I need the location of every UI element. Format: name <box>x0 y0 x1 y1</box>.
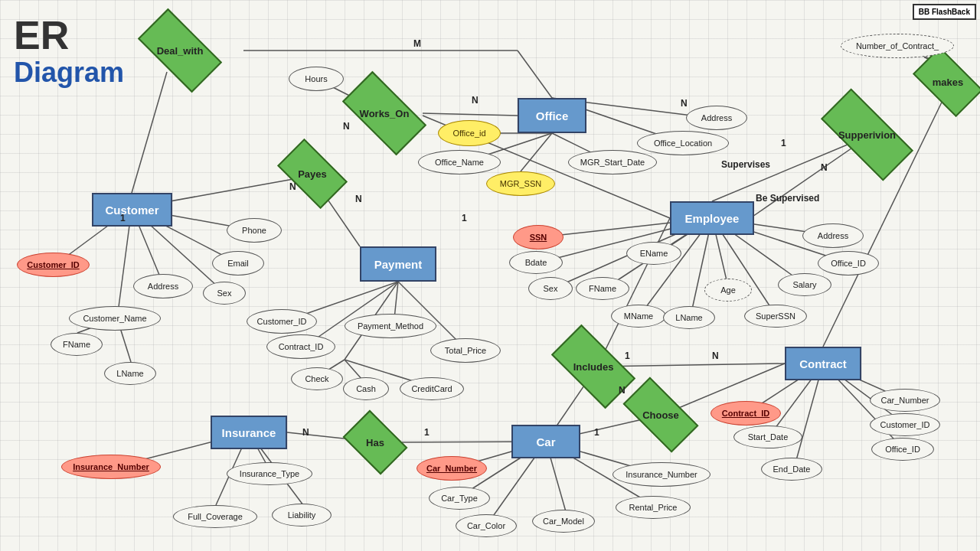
attr-mgr-start-date: MGR_Start_Date <box>568 150 657 174</box>
attr-address-office: Address <box>686 106 747 130</box>
attr-sex-emp: Sex <box>528 277 573 300</box>
diamond-supperivion: Supperivion <box>823 113 911 156</box>
attr-customer-name: Customer_Name <box>69 306 161 331</box>
attr-contract-id-cont: Contract_ID <box>710 401 781 425</box>
svg-line-7 <box>518 51 552 98</box>
entity-payment-label: Payment <box>374 258 423 271</box>
card-1-supp2: 1 <box>781 138 786 148</box>
attr-lname-emp: LName <box>663 306 715 329</box>
card-n-supp1: N <box>681 98 688 109</box>
entity-customer-label: Customer <box>105 204 158 217</box>
card-1-emp-office: 1 <box>462 213 467 223</box>
attr-email: Email <box>212 251 264 276</box>
card-1-cust: 1 <box>120 213 126 223</box>
attr-office-id-emp: Office_ID <box>818 251 879 276</box>
svg-line-8 <box>132 72 167 193</box>
attr-car-number-contract: Car_Number <box>870 389 940 412</box>
attr-rental-price: Rental_Price <box>616 496 691 519</box>
title-er: ER <box>14 14 124 57</box>
entity-office-label: Office <box>536 109 569 122</box>
attr-superssn: SuperSSN <box>744 305 807 328</box>
entity-employee: Employee <box>670 201 754 235</box>
diamond-makes: makes <box>917 63 978 101</box>
entity-contract: Contract <box>785 347 861 380</box>
card-1-car: 1 <box>594 427 599 438</box>
attr-cash: Cash <box>343 377 389 400</box>
attr-salary: Salary <box>778 273 831 296</box>
entity-payment: Payment <box>360 246 436 282</box>
diamond-choose: Choose <box>626 396 695 434</box>
diamond-works-on: Works_On <box>346 92 423 135</box>
attr-bdate: Bdate <box>509 251 563 274</box>
card-supervises: Supervises <box>721 159 770 170</box>
attr-contract-id-pay: Contract_ID <box>266 334 335 359</box>
attr-car-model: Car_Model <box>532 510 595 533</box>
attr-insurance-number: Insurance_Number <box>61 455 161 479</box>
watermark: BB FlashBack <box>913 4 976 20</box>
attr-office-id-label: Office_id <box>452 129 485 138</box>
attr-office-id: Office_id <box>438 120 501 146</box>
attr-number-of-contract: Number_of_Contract_ <box>841 34 954 58</box>
card-1-has2: 1 <box>424 427 430 438</box>
diamond-deal-with: Deal_with <box>142 29 218 72</box>
attr-check: Check <box>291 367 343 390</box>
attr-payment-method: Payment_Method <box>345 314 436 338</box>
attr-address-emp: Address <box>802 223 864 248</box>
attr-insurance-type: Insurance_Type <box>227 462 312 485</box>
entity-office: Office <box>518 98 586 133</box>
attr-customer-id-contract: Customer_ID <box>870 413 940 436</box>
attr-ssn: SSN <box>513 225 564 249</box>
entity-employee-label: Employee <box>685 212 740 225</box>
diamond-has: Has <box>348 423 402 461</box>
card-n-payes: N <box>289 181 296 192</box>
card-n-includes2: N <box>712 350 719 361</box>
er-title: ER Diagram <box>14 14 124 88</box>
card-n-choose: N <box>619 385 626 396</box>
card-1-includes1: 1 <box>625 350 630 361</box>
attr-full-coverage: Full_Coverage <box>173 505 257 528</box>
attr-lname-cust: LName <box>104 362 156 385</box>
card-n-supp3: N <box>821 162 828 173</box>
title-diagram: Diagram <box>14 57 124 88</box>
attr-liability: Liability <box>272 504 332 527</box>
attr-office-location: Office_Location <box>637 131 729 155</box>
attr-hours: Hours <box>289 67 344 91</box>
entity-car-label: Car <box>536 435 555 448</box>
attr-office-name: Office_Name <box>418 150 501 174</box>
svg-line-10 <box>423 113 518 116</box>
svg-line-2 <box>521 133 552 171</box>
attr-office-id-contract: Office_ID <box>871 438 934 461</box>
attr-mgr-ssn: MGR_SSN <box>486 171 555 196</box>
attr-fname-emp: FName <box>576 277 629 300</box>
attr-car-number: Car_Number <box>416 456 487 481</box>
entity-customer: Customer <box>92 193 172 227</box>
attr-creditcard: CreditCard <box>400 377 464 400</box>
card-n-works: N <box>472 95 479 106</box>
diamond-includes: Includes <box>555 345 632 388</box>
attr-insurance-num-car: Insurance_Number <box>612 462 710 487</box>
card-n-office: N <box>343 121 350 132</box>
card-n-payes2: N <box>355 194 362 204</box>
attr-age: Age <box>704 279 752 302</box>
attr-fname-cust: FName <box>51 333 103 356</box>
card-m: M <box>413 38 421 49</box>
attr-start-date: Start_Date <box>733 425 802 448</box>
attr-mname: MName <box>611 305 666 328</box>
attr-ename: EName <box>626 242 681 265</box>
attr-end-date: End_Date <box>761 458 822 481</box>
entity-insurance: Insurance <box>211 416 287 449</box>
entity-contract-label: Contract <box>799 357 847 370</box>
attr-customer-id-pay: Customer_ID <box>247 309 317 334</box>
attr-customer-id: Customer_ID <box>17 253 90 277</box>
attr-sex-cust: Sex <box>203 282 246 305</box>
entity-car: Car <box>511 425 580 458</box>
attr-car-color: Car_Color <box>456 514 517 537</box>
entity-insurance-label: Insurance <box>222 426 276 439</box>
card-be-supervised: Be Supervised <box>756 193 819 204</box>
attr-car-type: Car_Type <box>429 487 490 510</box>
svg-line-13 <box>323 193 360 246</box>
attr-address-cust: Address <box>133 274 193 298</box>
attr-phone: Phone <box>227 218 282 243</box>
attr-total-price: Total_Price <box>430 338 501 363</box>
card-n-has: N <box>302 427 309 438</box>
